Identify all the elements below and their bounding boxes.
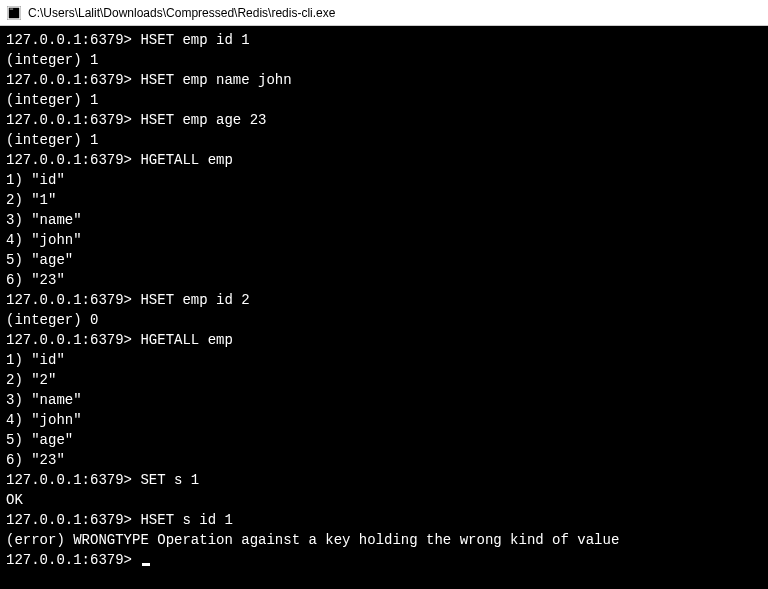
- svg-rect-2: [10, 8, 14, 9]
- terminal-line: 127.0.0.1:6379> HSET emp age 23: [6, 110, 762, 130]
- window-title: C:\Users\Lalit\Downloads\Compressed\Redi…: [28, 6, 335, 20]
- terminal-line: 127.0.0.1:6379> HSET emp id 2: [6, 290, 762, 310]
- terminal-line: 1) "id": [6, 350, 762, 370]
- app-icon: [6, 5, 22, 21]
- terminal-line: 127.0.0.1:6379> HGETALL emp: [6, 330, 762, 350]
- terminal-line: 6) "23": [6, 450, 762, 470]
- terminal-line: 4) "john": [6, 230, 762, 250]
- window-title-bar: C:\Users\Lalit\Downloads\Compressed\Redi…: [0, 0, 768, 26]
- terminal-line: 127.0.0.1:6379> SET s 1: [6, 470, 762, 490]
- terminal-line: 127.0.0.1:6379>: [6, 550, 762, 570]
- terminal-line: 2) "2": [6, 370, 762, 390]
- terminal-line: 127.0.0.1:6379> HSET s id 1: [6, 510, 762, 530]
- terminal-line: (error) WRONGTYPE Operation against a ke…: [6, 530, 762, 550]
- terminal-line: 4) "john": [6, 410, 762, 430]
- terminal-line: (integer) 1: [6, 130, 762, 150]
- terminal-line: 3) "name": [6, 390, 762, 410]
- terminal-line: 5) "age": [6, 430, 762, 450]
- terminal-line: (integer) 1: [6, 50, 762, 70]
- terminal-line: 3) "name": [6, 210, 762, 230]
- cursor: [142, 563, 150, 566]
- terminal-output[interactable]: 127.0.0.1:6379> HSET emp id 1(integer) 1…: [0, 26, 768, 574]
- terminal-line: 127.0.0.1:6379> HGETALL emp: [6, 150, 762, 170]
- terminal-line: (integer) 0: [6, 310, 762, 330]
- terminal-line: (integer) 1: [6, 90, 762, 110]
- terminal-line: OK: [6, 490, 762, 510]
- terminal-line: 127.0.0.1:6379> HSET emp id 1: [6, 30, 762, 50]
- terminal-line: 5) "age": [6, 250, 762, 270]
- terminal-line: 1) "id": [6, 170, 762, 190]
- terminal-line: 127.0.0.1:6379> HSET emp name john: [6, 70, 762, 90]
- terminal-line: 2) "1": [6, 190, 762, 210]
- terminal-line: 6) "23": [6, 270, 762, 290]
